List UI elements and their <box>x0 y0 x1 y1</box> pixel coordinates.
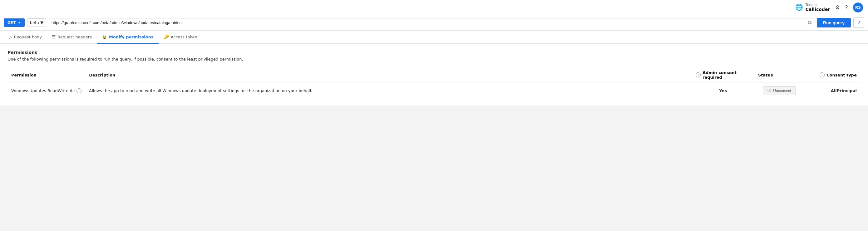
share-button[interactable]: ↗ <box>853 18 864 28</box>
tenant-name: Callicoder <box>806 7 830 12</box>
tab-access-token-label: Access token <box>171 35 197 39</box>
tab-request-headers-label: Request headers <box>57 35 92 39</box>
tenant-text: Tenant Callicoder <box>806 3 830 12</box>
method-label: GET <box>7 20 16 25</box>
tab-request-body[interactable]: ▷ Request body <box>4 31 47 44</box>
globe-icon: 🌐 <box>795 3 803 11</box>
tenant-label: Tenant <box>806 3 830 7</box>
col-admin-consent: i Admin consent required <box>692 68 754 82</box>
admin-consent-cell: Yes <box>692 82 754 99</box>
method-button[interactable]: GET ▼ <box>4 19 25 27</box>
modify-permissions-icon: 🔒 <box>102 34 107 39</box>
copy-url-icon[interactable]: ⧉ <box>808 20 811 26</box>
tab-access-token[interactable]: 🔑 Access token <box>159 31 202 44</box>
topbar: 🌐 Tenant Callicoder ⚙ ? RS <box>0 0 868 15</box>
consent-type-cell: AllPrincipal <box>804 82 861 99</box>
permissions-subtitle: One of the following permissions is requ… <box>7 57 861 62</box>
main-content: ▷ Request body ☰ Request headers 🔒 Modif… <box>0 31 868 105</box>
permission-description-cell: Allows the app to read and write all Win… <box>85 82 692 99</box>
permission-name: WindowsUpdates.ReadWrite.All <box>11 88 74 93</box>
admin-consent-info-icon[interactable]: i <box>696 72 701 77</box>
tab-request-body-label: Request body <box>14 35 42 39</box>
col-consent-type: i Consent type <box>804 68 861 82</box>
unconsent-info-icon: ⓘ <box>768 88 771 93</box>
version-label: beta <box>30 20 39 25</box>
consent-type-value: AllPrincipal <box>831 88 857 93</box>
url-input-wrapper: ⧉ <box>49 18 814 27</box>
request-body-icon: ▷ <box>9 34 12 39</box>
permission-name-cell: WindowsUpdates.ReadWrite.All i <box>7 82 85 99</box>
version-selector[interactable]: beta ▼ <box>27 19 46 27</box>
run-query-button[interactable]: Run query <box>817 18 851 28</box>
access-token-icon: 🔑 <box>164 34 169 39</box>
request-headers-icon: ☰ <box>52 34 56 39</box>
tab-bar: ▷ Request body ☰ Request headers 🔒 Modif… <box>0 31 868 44</box>
tab-modify-permissions-label: Modify permissions <box>109 35 154 39</box>
unconsent-button[interactable]: ⓘ Unconsent <box>763 86 796 95</box>
tab-request-headers[interactable]: ☰ Request headers <box>47 31 97 44</box>
status-cell: ⓘ Unconsent <box>754 82 804 99</box>
url-bar: GET ▼ beta ▼ ⧉ Run query ↗ <box>0 15 868 31</box>
table-row: WindowsUpdates.ReadWrite.All i Allows th… <box>7 82 861 99</box>
col-status: Status <box>754 68 804 82</box>
permission-description: Allows the app to read and write all Win… <box>89 88 312 93</box>
unconsent-label: Unconsent <box>773 89 791 93</box>
settings-icon[interactable]: ⚙ <box>835 4 840 11</box>
admin-consent-value: Yes <box>719 88 727 93</box>
method-caret-icon: ▼ <box>18 21 21 24</box>
permission-info-icon[interactable]: i <box>76 88 82 93</box>
help-icon[interactable]: ? <box>845 4 848 11</box>
url-input[interactable] <box>52 19 808 27</box>
consent-type-info-icon[interactable]: i <box>819 72 825 77</box>
tenant-info: 🌐 Tenant Callicoder <box>795 3 830 12</box>
col-description: Description <box>85 68 692 82</box>
permissions-title: Permissions <box>7 50 861 55</box>
col-permission: Permission <box>7 68 85 82</box>
version-caret-icon: ▼ <box>40 20 43 25</box>
permissions-panel: Permissions One of the following permiss… <box>0 44 868 105</box>
permissions-table: Permission Description i Admin consent r… <box>7 68 861 99</box>
avatar[interactable]: RS <box>853 2 863 12</box>
tab-modify-permissions[interactable]: 🔒 Modify permissions <box>97 31 159 44</box>
